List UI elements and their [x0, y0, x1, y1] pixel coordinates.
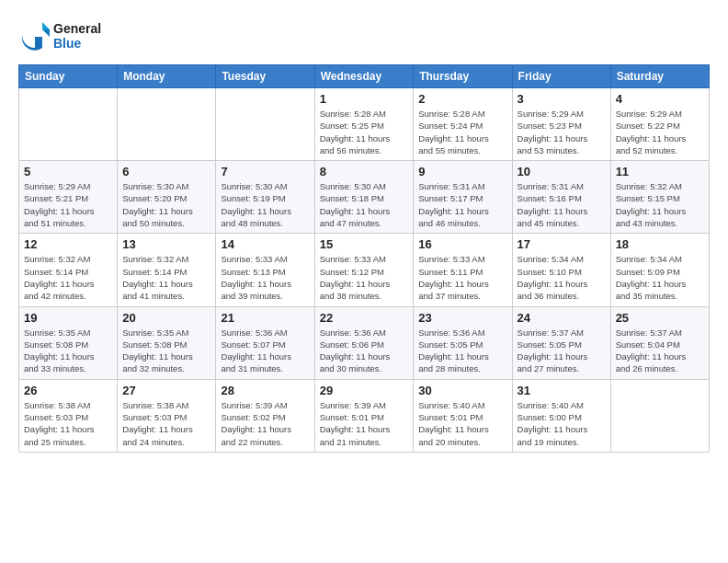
calendar-day-23: 23Sunrise: 5:36 AM Sunset: 5:05 PM Dayli…	[414, 306, 512, 379]
day-number: 27	[122, 384, 210, 397]
calendar-day-26: 26Sunrise: 5:38 AM Sunset: 5:03 PM Dayli…	[19, 379, 118, 452]
day-info: Sunrise: 5:32 AM Sunset: 5:14 PM Dayligh…	[24, 253, 112, 302]
calendar-day-17: 17Sunrise: 5:34 AM Sunset: 5:10 PM Dayli…	[512, 234, 610, 306]
calendar-header-row: SundayMondayTuesdayWednesdayThursdayFrid…	[19, 65, 710, 88]
calendar-day-30: 30Sunrise: 5:40 AM Sunset: 5:01 PM Dayli…	[414, 379, 512, 452]
day-info: Sunrise: 5:31 AM Sunset: 5:16 PM Dayligh…	[518, 180, 606, 229]
day-number: 15	[320, 237, 409, 251]
day-number: 3	[518, 92, 606, 106]
calendar-day-3: 3Sunrise: 5:29 AM Sunset: 5:23 PM Daylig…	[512, 88, 610, 161]
svg-text:General: General	[53, 21, 101, 36]
day-info: Sunrise: 5:39 AM Sunset: 5:02 PM Dayligh…	[221, 399, 309, 448]
header: GeneralBlue	[18, 15, 710, 55]
day-number: 5	[24, 165, 112, 178]
calendar-day-27: 27Sunrise: 5:38 AM Sunset: 5:03 PM Dayli…	[118, 379, 216, 452]
svg-marker-1	[42, 29, 50, 37]
calendar-empty-cell	[118, 88, 216, 161]
calendar-day-7: 7Sunrise: 5:30 AM Sunset: 5:19 PM Daylig…	[216, 161, 314, 234]
calendar-day-10: 10Sunrise: 5:31 AM Sunset: 5:16 PM Dayli…	[512, 161, 610, 234]
day-info: Sunrise: 5:36 AM Sunset: 5:06 PM Dayligh…	[320, 327, 409, 375]
calendar-empty-cell	[610, 379, 709, 452]
day-number: 19	[24, 311, 112, 325]
day-info: Sunrise: 5:31 AM Sunset: 5:17 PM Dayligh…	[418, 180, 506, 229]
day-number: 10	[518, 165, 606, 178]
day-info: Sunrise: 5:40 AM Sunset: 5:01 PM Dayligh…	[418, 399, 506, 448]
calendar-day-15: 15Sunrise: 5:33 AM Sunset: 5:12 PM Dayli…	[314, 234, 414, 306]
day-number: 21	[221, 311, 309, 325]
calendar-day-29: 29Sunrise: 5:39 AM Sunset: 5:01 PM Dayli…	[314, 379, 414, 452]
calendar-week-row: 12Sunrise: 5:32 AM Sunset: 5:14 PM Dayli…	[19, 234, 710, 306]
calendar-table: SundayMondayTuesdayWednesdayThursdayFrid…	[18, 64, 710, 453]
day-info: Sunrise: 5:32 AM Sunset: 5:15 PM Dayligh…	[616, 180, 704, 229]
calendar-day-4: 4Sunrise: 5:29 AM Sunset: 5:22 PM Daylig…	[610, 88, 709, 161]
day-info: Sunrise: 5:35 AM Sunset: 5:08 PM Dayligh…	[24, 327, 112, 375]
day-info: Sunrise: 5:38 AM Sunset: 5:03 PM Dayligh…	[24, 399, 112, 448]
calendar-day-21: 21Sunrise: 5:36 AM Sunset: 5:07 PM Dayli…	[216, 306, 314, 379]
calendar-day-19: 19Sunrise: 5:35 AM Sunset: 5:08 PM Dayli…	[19, 306, 118, 379]
calendar-day-18: 18Sunrise: 5:34 AM Sunset: 5:09 PM Dayli…	[610, 234, 709, 306]
day-info: Sunrise: 5:33 AM Sunset: 5:13 PM Dayligh…	[221, 253, 309, 302]
day-info: Sunrise: 5:30 AM Sunset: 5:18 PM Dayligh…	[320, 180, 409, 229]
day-info: Sunrise: 5:34 AM Sunset: 5:09 PM Dayligh…	[616, 253, 704, 302]
calendar-empty-cell	[216, 88, 314, 161]
day-header-wednesday: Wednesday	[314, 65, 414, 88]
logo: GeneralBlue	[18, 15, 101, 55]
calendar-day-16: 16Sunrise: 5:33 AM Sunset: 5:11 PM Dayli…	[414, 234, 512, 306]
day-number: 29	[320, 384, 409, 397]
day-info: Sunrise: 5:40 AM Sunset: 5:00 PM Dayligh…	[518, 399, 606, 448]
svg-marker-0	[42, 22, 50, 29]
day-number: 6	[122, 165, 210, 178]
calendar-day-25: 25Sunrise: 5:37 AM Sunset: 5:04 PM Dayli…	[610, 306, 709, 379]
calendar-day-28: 28Sunrise: 5:39 AM Sunset: 5:02 PM Dayli…	[216, 379, 314, 452]
day-info: Sunrise: 5:29 AM Sunset: 5:23 PM Dayligh…	[518, 108, 606, 156]
day-number: 12	[24, 237, 112, 251]
calendar-day-5: 5Sunrise: 5:29 AM Sunset: 5:21 PM Daylig…	[19, 161, 118, 234]
calendar-day-12: 12Sunrise: 5:32 AM Sunset: 5:14 PM Dayli…	[19, 234, 118, 306]
day-header-friday: Friday	[512, 65, 610, 88]
day-number: 23	[418, 311, 506, 325]
calendar-day-9: 9Sunrise: 5:31 AM Sunset: 5:17 PM Daylig…	[414, 161, 512, 234]
calendar-day-24: 24Sunrise: 5:37 AM Sunset: 5:05 PM Dayli…	[512, 306, 610, 379]
day-info: Sunrise: 5:36 AM Sunset: 5:07 PM Dayligh…	[221, 327, 309, 375]
day-info: Sunrise: 5:38 AM Sunset: 5:03 PM Dayligh…	[122, 399, 210, 448]
day-number: 4	[616, 92, 704, 106]
day-header-saturday: Saturday	[610, 65, 709, 88]
calendar-day-6: 6Sunrise: 5:30 AM Sunset: 5:20 PM Daylig…	[118, 161, 216, 234]
day-number: 30	[418, 384, 506, 397]
day-info: Sunrise: 5:36 AM Sunset: 5:05 PM Dayligh…	[418, 327, 506, 375]
day-number: 26	[24, 384, 112, 397]
day-number: 20	[122, 311, 210, 325]
calendar-container: GeneralBlue SundayMondayTuesdayWednesday…	[0, 0, 728, 462]
calendar-week-row: 26Sunrise: 5:38 AM Sunset: 5:03 PM Dayli…	[19, 379, 710, 452]
day-info: Sunrise: 5:29 AM Sunset: 5:22 PM Dayligh…	[616, 108, 704, 156]
day-number: 14	[221, 237, 309, 251]
calendar-day-13: 13Sunrise: 5:32 AM Sunset: 5:14 PM Dayli…	[118, 234, 216, 306]
day-info: Sunrise: 5:39 AM Sunset: 5:01 PM Dayligh…	[320, 399, 409, 448]
day-info: Sunrise: 5:35 AM Sunset: 5:08 PM Dayligh…	[122, 327, 210, 375]
day-info: Sunrise: 5:28 AM Sunset: 5:24 PM Dayligh…	[418, 108, 506, 156]
calendar-day-22: 22Sunrise: 5:36 AM Sunset: 5:06 PM Dayli…	[314, 306, 414, 379]
calendar-day-11: 11Sunrise: 5:32 AM Sunset: 5:15 PM Dayli…	[610, 161, 709, 234]
calendar-day-1: 1Sunrise: 5:28 AM Sunset: 5:25 PM Daylig…	[314, 88, 414, 161]
day-info: Sunrise: 5:32 AM Sunset: 5:14 PM Dayligh…	[122, 253, 210, 302]
day-number: 9	[418, 165, 506, 178]
calendar-week-row: 1Sunrise: 5:28 AM Sunset: 5:25 PM Daylig…	[19, 88, 710, 161]
day-info: Sunrise: 5:33 AM Sunset: 5:11 PM Dayligh…	[418, 253, 506, 302]
day-info: Sunrise: 5:29 AM Sunset: 5:21 PM Dayligh…	[24, 180, 112, 229]
day-number: 11	[616, 165, 704, 178]
day-header-thursday: Thursday	[414, 65, 512, 88]
day-number: 28	[221, 384, 309, 397]
calendar-day-2: 2Sunrise: 5:28 AM Sunset: 5:24 PM Daylig…	[414, 88, 512, 161]
day-number: 25	[616, 311, 704, 325]
day-number: 7	[221, 165, 309, 178]
day-header-tuesday: Tuesday	[216, 65, 314, 88]
day-info: Sunrise: 5:37 AM Sunset: 5:05 PM Dayligh…	[518, 327, 606, 375]
day-info: Sunrise: 5:30 AM Sunset: 5:20 PM Dayligh…	[122, 180, 210, 229]
day-info: Sunrise: 5:28 AM Sunset: 5:25 PM Dayligh…	[320, 108, 409, 156]
svg-text:Blue: Blue	[53, 36, 82, 51]
day-number: 8	[320, 165, 409, 178]
day-number: 17	[518, 237, 606, 251]
day-number: 22	[320, 311, 409, 325]
calendar-day-31: 31Sunrise: 5:40 AM Sunset: 5:00 PM Dayli…	[512, 379, 610, 452]
day-info: Sunrise: 5:33 AM Sunset: 5:12 PM Dayligh…	[320, 253, 409, 302]
